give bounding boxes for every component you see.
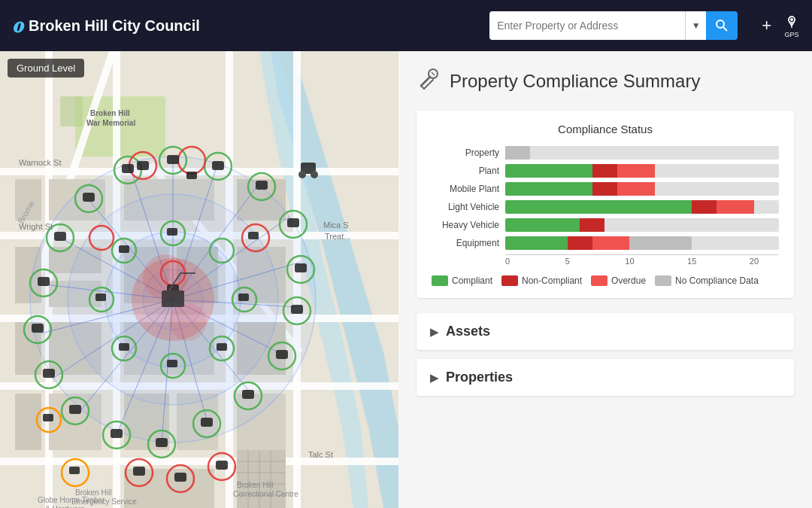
legend-label: Compliant xyxy=(452,275,492,286)
svg-rect-133 xyxy=(119,343,129,351)
header-actions: + GPS xyxy=(762,13,800,38)
search-input[interactable] xyxy=(489,11,685,40)
svg-rect-11 xyxy=(0,458,398,465)
svg-rect-143 xyxy=(69,467,80,474)
legend-swatch xyxy=(432,275,448,286)
svg-rect-113 xyxy=(291,305,303,314)
svg-rect-115 xyxy=(242,390,254,399)
chart-row-label: Heavy Vehicle xyxy=(432,220,499,230)
search-button[interactable] xyxy=(706,11,738,40)
wrench-icon xyxy=(417,66,441,96)
svg-rect-108 xyxy=(212,161,224,170)
chart-row: Plant xyxy=(432,164,779,178)
accordion-header[interactable]: ▶Assets xyxy=(417,313,794,350)
chart-row: Light Vehicle xyxy=(432,200,779,214)
chart-row-label: Light Vehicle xyxy=(432,202,499,212)
legend-item: No Compliance Data xyxy=(655,275,759,286)
svg-rect-124 xyxy=(83,193,95,202)
svg-text:Emergency Service: Emergency Service xyxy=(71,497,137,506)
app-title: Broken Hill City Council xyxy=(29,17,200,35)
map-svg: Warnock St Wright St Mica S Treat... Tal… xyxy=(0,51,398,508)
svg-rect-125 xyxy=(122,164,134,173)
svg-text:Broken Hill: Broken Hill xyxy=(237,481,273,489)
svg-text:Broken Hill: Broken Hill xyxy=(90,109,130,117)
chart-row-bars xyxy=(505,182,779,196)
chart-row-label: Equipment xyxy=(432,238,499,248)
svg-rect-142 xyxy=(43,414,53,421)
legend-swatch xyxy=(655,275,671,286)
accordion-arrow-icon: ▶ xyxy=(430,372,438,384)
svg-rect-126 xyxy=(186,172,197,179)
chart-row: Equipment xyxy=(432,236,779,250)
svg-rect-121 xyxy=(32,324,44,333)
svg-rect-122 xyxy=(38,277,50,286)
x-tick-0: 0 xyxy=(505,257,510,266)
legend-label: No Compliance Data xyxy=(675,275,759,286)
accordion-section[interactable]: ▶Assets xyxy=(417,313,794,350)
svg-rect-109 xyxy=(137,161,149,170)
accordion-label: Properties xyxy=(446,370,513,385)
accordion-section[interactable]: ▶Properties xyxy=(417,359,794,396)
chart-row-label: Property xyxy=(432,148,499,158)
chart-row-bars xyxy=(505,146,779,160)
svg-line-1 xyxy=(723,27,727,31)
svg-text:Warnock St: Warnock St xyxy=(19,158,61,167)
legend-item: Overdue xyxy=(591,275,646,286)
ground-level-badge[interactable]: Ground Level xyxy=(8,59,84,78)
svg-rect-117 xyxy=(156,438,168,447)
svg-text:Correctional Centre: Correctional Centre xyxy=(233,490,298,498)
accordion-sections: ▶Assets▶Properties xyxy=(417,313,794,396)
legend-label: Non-Compliant xyxy=(522,275,582,286)
svg-text:Talc St: Talc St xyxy=(308,450,333,459)
svg-point-104 xyxy=(169,303,207,341)
svg-rect-141 xyxy=(216,461,228,470)
svg-rect-111 xyxy=(287,218,299,227)
search-area: ▼ xyxy=(489,11,738,40)
chart-legend: CompliantNon-CompliantOverdueNo Complian… xyxy=(432,275,779,286)
x-axis: 0 5 10 15 20 xyxy=(505,254,779,268)
svg-rect-140 xyxy=(174,473,186,482)
svg-point-137 xyxy=(311,171,318,178)
logo-area: 𝐨 Broken Hill City Council xyxy=(12,14,200,38)
svg-text:Treat...: Treat... xyxy=(325,232,350,241)
chart-body: PropertyPlantMobile PlantLight VehicleHe… xyxy=(432,146,779,250)
chart-row: Heavy Vehicle xyxy=(432,218,779,232)
panel-title: Property Compliance Summary xyxy=(450,71,700,92)
svg-rect-110 xyxy=(256,181,268,190)
svg-rect-123 xyxy=(54,232,66,241)
search-dropdown-button[interactable]: ▼ xyxy=(685,11,706,40)
svg-rect-6 xyxy=(60,96,83,126)
chart-row-label: Mobile Plant xyxy=(432,184,499,194)
svg-rect-134 xyxy=(167,360,177,367)
svg-rect-112 xyxy=(295,263,307,272)
chart-container: Compliance Status PropertyPlantMobile Pl… xyxy=(417,111,794,298)
right-panel: Property Compliance Summary Compliance S… xyxy=(398,51,812,508)
svg-text:Broken Hill: Broken Hill xyxy=(75,488,111,497)
app-logo-icon: 𝐨 xyxy=(12,14,23,38)
add-button[interactable]: + xyxy=(762,16,771,35)
svg-point-136 xyxy=(298,171,306,178)
accordion-arrow-icon: ▶ xyxy=(430,326,438,338)
svg-text:War Memorial: War Memorial xyxy=(86,119,135,127)
svg-rect-116 xyxy=(201,418,213,427)
main-content: Warnock St Wright St Mica S Treat... Tal… xyxy=(0,51,812,508)
accordion-header[interactable]: ▶Properties xyxy=(417,359,794,396)
svg-point-3 xyxy=(790,18,793,21)
svg-rect-114 xyxy=(276,350,288,359)
legend-item: Compliant xyxy=(432,275,492,286)
map-panel[interactable]: Warnock St Wright St Mica S Treat... Tal… xyxy=(0,51,398,508)
legend-swatch xyxy=(501,275,518,286)
svg-rect-132 xyxy=(95,294,106,301)
chart-row-bars xyxy=(505,236,779,250)
svg-rect-119 xyxy=(69,405,81,414)
chart-row-bars xyxy=(505,164,779,178)
svg-rect-127 xyxy=(248,232,259,239)
accordion-label: Assets xyxy=(446,324,490,339)
gps-button[interactable]: GPS xyxy=(783,13,800,38)
svg-rect-139 xyxy=(133,467,145,476)
legend-item: Non-Compliant xyxy=(501,275,582,286)
svg-rect-120 xyxy=(43,369,55,378)
svg-rect-107 xyxy=(167,155,179,164)
panel-header: Property Compliance Summary xyxy=(417,66,794,96)
svg-rect-130 xyxy=(167,228,177,236)
